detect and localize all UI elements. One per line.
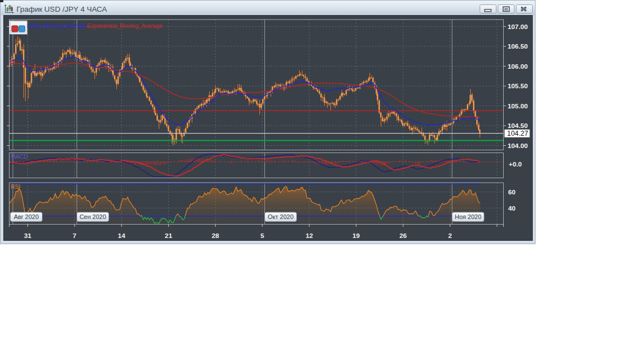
svg-text:107.00: 107.00 bbox=[508, 23, 528, 31]
svg-text:Ноя 2020: Ноя 2020 bbox=[455, 213, 482, 220]
svg-text:106.50: 106.50 bbox=[508, 42, 528, 50]
svg-text:104.50: 104.50 bbox=[508, 122, 528, 130]
svg-text:40: 40 bbox=[508, 204, 516, 212]
svg-text:31: 31 bbox=[24, 232, 32, 240]
svg-text:Сен 2020: Сен 2020 bbox=[79, 213, 106, 220]
svg-text:14: 14 bbox=[118, 232, 126, 240]
svg-text:28: 28 bbox=[212, 232, 220, 240]
svg-text:График USD /JPY 4 ЧАСА: График USD /JPY 4 ЧАСА bbox=[17, 5, 107, 13]
svg-text:105.00: 105.00 bbox=[508, 102, 528, 110]
svg-text:104.27: 104.27 bbox=[507, 130, 528, 137]
svg-text:7: 7 bbox=[73, 232, 77, 240]
svg-text:5: 5 bbox=[261, 232, 264, 240]
svg-text:21: 21 bbox=[165, 232, 173, 240]
svg-text:MACD: MACD bbox=[11, 153, 28, 160]
svg-text:Окт 2020: Окт 2020 bbox=[268, 213, 293, 220]
svg-text:60: 60 bbox=[508, 188, 516, 196]
svg-text:19: 19 bbox=[353, 232, 361, 240]
svg-text:106.00: 106.00 bbox=[508, 63, 528, 70]
svg-text:Авг 2020: Авг 2020 bbox=[14, 213, 39, 220]
svg-text:-Exponential_Moving_Average: -Exponential_Moving_Average bbox=[85, 23, 163, 29]
svg-text:105.50: 105.50 bbox=[508, 82, 528, 90]
svg-text:104.00: 104.00 bbox=[508, 142, 528, 150]
svg-text:ential_Moving_Average: ential_Moving_Average bbox=[27, 23, 87, 29]
svg-text:12: 12 bbox=[306, 232, 314, 240]
svg-text:26: 26 bbox=[400, 232, 408, 240]
svg-text:+0.0: +0.0 bbox=[509, 160, 522, 168]
svg-text:RSI: RSI bbox=[11, 183, 21, 190]
svg-text:2: 2 bbox=[448, 232, 452, 240]
